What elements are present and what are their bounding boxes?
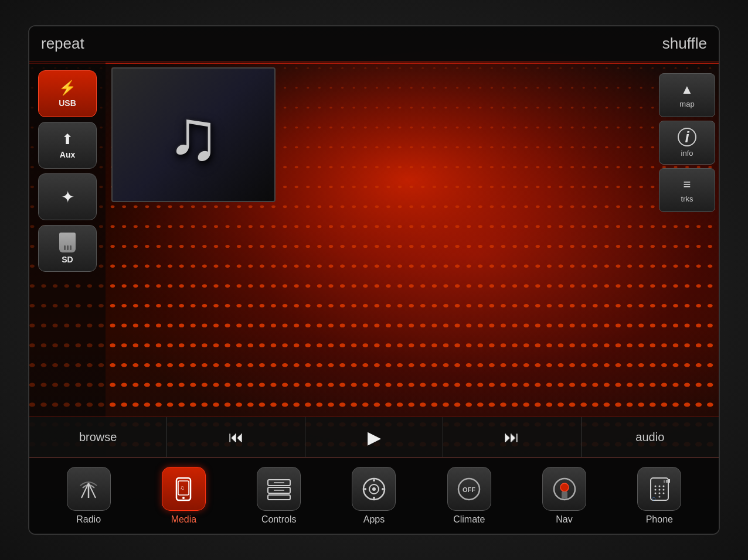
source-usb-button[interactable]: ⚡ USB [38,70,97,117]
svg-point-974 [179,383,185,387]
svg-point-835 [650,324,655,327]
svg-point-222 [502,127,505,129]
svg-point-660 [708,265,712,268]
svg-point-270 [364,146,367,149]
source-panel: ⚡ USB ⬆ Aux ✦ SD [29,62,106,457]
svg-point-353 [628,166,631,168]
svg-point-390 [363,186,367,188]
svg-point-290 [594,146,597,149]
map-button[interactable]: ▲ map [659,73,715,117]
source-aux-button[interactable]: ⬆ Aux [38,122,97,169]
svg-point-817 [443,324,448,327]
svg-point-294 [640,146,642,149]
svg-point-223 [514,127,516,129]
svg-point-915 [190,363,196,367]
svg-point-28 [341,67,344,69]
svg-point-865 [305,343,311,347]
svg-point-913 [167,363,173,367]
svg-point-994 [409,383,414,387]
svg-point-793 [168,324,173,327]
svg-point-886 [546,343,552,347]
svg-point-765 [535,304,540,308]
svg-point-808 [340,324,345,327]
prev-button[interactable]: ⏮ [167,417,305,457]
svg-point-89 [353,87,355,89]
nav-phone[interactable]: ⬡ Phone [630,467,689,525]
svg-point-517 [444,225,448,228]
nav-radio[interactable]: Radio [59,467,118,525]
svg-point-775 [650,304,655,308]
play-button[interactable]: ▶ [305,417,443,457]
svg-point-760 [478,304,483,308]
svg-point-681 [260,284,264,288]
svg-point-830 [593,324,598,327]
svg-point-95 [421,87,424,89]
svg-point-950 [592,363,598,367]
svg-point-622 [271,265,276,268]
svg-point-875 [420,343,426,347]
browse-button[interactable]: browse [29,417,167,457]
svg-point-168 [571,107,574,108]
svg-point-289 [582,146,585,149]
media-phone-icon: ♫ [172,477,195,501]
svg-point-386 [318,186,321,188]
svg-point-166 [548,107,551,108]
svg-point-208 [341,127,344,129]
svg-point-50 [594,67,596,69]
trks-button[interactable]: ≡ trks [659,168,715,212]
nav-climate[interactable]: OFF Climate [440,467,498,525]
svg-point-582 [501,245,505,248]
svg-point-574 [409,245,413,248]
svg-point-25 [307,67,309,69]
svg-point-1067 [557,402,564,407]
map-triangle-icon: ▲ [681,82,693,97]
svg-point-1050 [362,402,369,407]
svg-point-799 [236,324,242,327]
svg-point-404 [525,186,528,188]
svg-point-588 [570,245,574,248]
svg-point-702 [501,284,505,288]
svg-point-457 [444,206,448,209]
svg-point-833 [627,324,633,327]
svg-point-888 [569,343,574,347]
svg-point-858 [225,343,230,347]
svg-point-959 [696,363,702,367]
shuffle-label: shuffle [662,35,707,53]
svg-point-873 [397,343,402,347]
nav-apps[interactable]: Apps [345,467,403,525]
nav-nav[interactable]: Nav [535,467,594,525]
svg-point-461 [490,206,494,209]
source-sd-button[interactable]: SD [38,225,97,272]
svg-point-592 [616,245,620,248]
nav-media[interactable]: ♫ Media [154,467,213,525]
source-bt-button[interactable]: ✦ [38,173,97,220]
svg-point-598 [685,245,689,248]
svg-point-621 [260,265,264,268]
svg-point-503 [283,225,287,228]
svg-point-340 [478,166,482,168]
svg-point-597 [674,245,678,248]
audio-button[interactable]: audio [582,417,719,457]
svg-point-472 [616,206,620,209]
svg-point-593 [627,245,631,248]
svg-point-451 [375,206,379,209]
svg-point-714 [639,284,644,288]
info-button[interactable]: i info [659,121,715,165]
svg-point-84 [295,87,298,89]
svg-point-49 [583,67,585,69]
svg-point-1215 [372,487,376,491]
svg-point-1079 [695,402,702,407]
svg-point-766 [547,304,552,308]
svg-point-971 [144,383,150,387]
next-button[interactable]: ⏭ [443,417,581,457]
svg-point-554 [179,245,183,248]
svg-point-779 [696,304,701,308]
svg-point-108 [571,87,573,89]
svg-point-780 [708,304,713,308]
nav-controls[interactable]: Controls [250,467,308,525]
svg-point-1057 [443,402,449,407]
svg-point-670 [133,284,138,288]
svg-point-889 [581,343,586,347]
svg-point-1040 [247,402,254,407]
svg-point-447 [329,206,333,209]
